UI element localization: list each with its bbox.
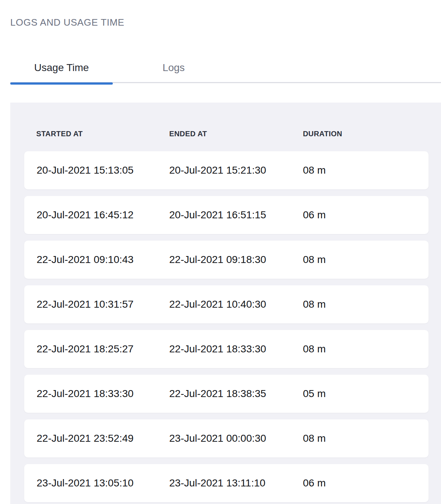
- usage-table-body: 20-Jul-2021 15:13:05 20-Jul-2021 15:21:3…: [10, 151, 441, 502]
- table-row: 20-Jul-2021 15:13:05 20-Jul-2021 15:21:3…: [24, 151, 429, 189]
- cell-ended-at: 22-Jul-2021 10:40:30: [169, 299, 303, 310]
- tab-usage-time[interactable]: Usage Time: [10, 52, 113, 83]
- cell-duration: 08 m: [303, 299, 429, 310]
- cell-started-at: 20-Jul-2021 15:13:05: [37, 164, 169, 176]
- cell-duration: 08 m: [303, 254, 429, 266]
- table-row: 22-Jul-2021 18:25:27 22-Jul-2021 18:33:3…: [24, 330, 429, 368]
- cell-ended-at: 22-Jul-2021 18:38:35: [169, 388, 303, 400]
- cell-ended-at: 23-Jul-2021 13:11:10: [169, 477, 303, 489]
- cell-ended-at: 23-Jul-2021 00:00:30: [169, 433, 303, 444]
- tab-logs-label: Logs: [163, 62, 185, 74]
- cell-started-at: 22-Jul-2021 09:10:43: [37, 254, 169, 266]
- cell-ended-at: 20-Jul-2021 16:51:15: [169, 209, 303, 221]
- cell-duration: 05 m: [303, 388, 429, 400]
- cell-duration: 06 m: [303, 209, 429, 221]
- logs-and-usage-page: LOGS AND USAGE TIME Usage Time Logs STAR…: [0, 0, 441, 504]
- cell-started-at: 20-Jul-2021 16:45:12: [37, 209, 169, 221]
- cell-started-at: 22-Jul-2021 18:33:30: [37, 388, 169, 400]
- table-row: 22-Jul-2021 09:10:43 22-Jul-2021 09:18:3…: [24, 241, 429, 279]
- tab-usage-time-label: Usage Time: [34, 62, 89, 74]
- active-tab-indicator: [10, 82, 113, 85]
- table-row: 22-Jul-2021 18:33:30 22-Jul-2021 18:38:3…: [24, 375, 429, 413]
- cell-duration: 08 m: [303, 343, 429, 355]
- section-title: LOGS AND USAGE TIME: [10, 17, 124, 28]
- tab-logs[interactable]: Logs: [113, 52, 234, 83]
- column-header-duration: DURATION: [303, 130, 441, 138]
- table-header-row: STARTED AT ENDED AT DURATION: [10, 103, 441, 151]
- cell-duration: 08 m: [303, 433, 429, 444]
- cell-duration: 06 m: [303, 477, 429, 489]
- column-header-ended-at: ENDED AT: [169, 130, 303, 138]
- table-row: 23-Jul-2021 13:05:10 23-Jul-2021 13:11:1…: [24, 464, 429, 502]
- table-row: 22-Jul-2021 10:31:57 22-Jul-2021 10:40:3…: [24, 285, 429, 323]
- cell-duration: 08 m: [303, 164, 429, 176]
- cell-ended-at: 20-Jul-2021 15:21:30: [169, 164, 303, 176]
- usage-time-panel: STARTED AT ENDED AT DURATION 20-Jul-2021…: [10, 103, 441, 504]
- tabbar: Usage Time Logs: [10, 52, 441, 83]
- cell-ended-at: 22-Jul-2021 09:18:30: [169, 254, 303, 266]
- table-row: 22-Jul-2021 23:52:49 23-Jul-2021 00:00:3…: [24, 419, 429, 457]
- cell-started-at: 22-Jul-2021 23:52:49: [37, 433, 169, 444]
- cell-ended-at: 22-Jul-2021 18:33:30: [169, 343, 303, 355]
- cell-started-at: 22-Jul-2021 18:25:27: [37, 343, 169, 355]
- cell-started-at: 22-Jul-2021 10:31:57: [37, 299, 169, 310]
- cell-started-at: 23-Jul-2021 13:05:10: [37, 477, 169, 489]
- column-header-started-at: STARTED AT: [36, 130, 169, 138]
- table-row: 20-Jul-2021 16:45:12 20-Jul-2021 16:51:1…: [24, 196, 429, 234]
